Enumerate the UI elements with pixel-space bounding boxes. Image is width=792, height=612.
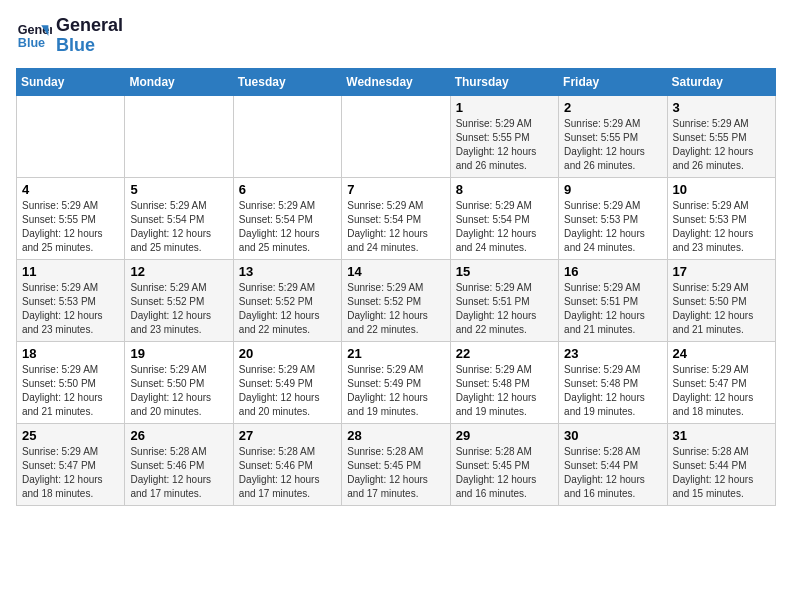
day-info: Sunrise: 5:28 AMSunset: 5:44 PMDaylight:… [673, 445, 770, 501]
day-number: 29 [456, 428, 553, 443]
week-row-5: 25Sunrise: 5:29 AMSunset: 5:47 PMDayligh… [17, 423, 776, 505]
col-header-sunday: Sunday [17, 68, 125, 95]
week-row-3: 11Sunrise: 5:29 AMSunset: 5:53 PMDayligh… [17, 259, 776, 341]
calendar-cell: 6Sunrise: 5:29 AMSunset: 5:54 PMDaylight… [233, 177, 341, 259]
col-header-thursday: Thursday [450, 68, 558, 95]
calendar-cell: 28Sunrise: 5:28 AMSunset: 5:45 PMDayligh… [342, 423, 450, 505]
day-info: Sunrise: 5:29 AMSunset: 5:50 PMDaylight:… [673, 281, 770, 337]
week-row-4: 18Sunrise: 5:29 AMSunset: 5:50 PMDayligh… [17, 341, 776, 423]
day-info: Sunrise: 5:29 AMSunset: 5:49 PMDaylight:… [239, 363, 336, 419]
calendar-cell: 22Sunrise: 5:29 AMSunset: 5:48 PMDayligh… [450, 341, 558, 423]
calendar-cell: 3Sunrise: 5:29 AMSunset: 5:55 PMDaylight… [667, 95, 775, 177]
day-number: 24 [673, 346, 770, 361]
day-info: Sunrise: 5:29 AMSunset: 5:55 PMDaylight:… [564, 117, 661, 173]
calendar-cell: 25Sunrise: 5:29 AMSunset: 5:47 PMDayligh… [17, 423, 125, 505]
calendar-cell: 29Sunrise: 5:28 AMSunset: 5:45 PMDayligh… [450, 423, 558, 505]
calendar-cell [17, 95, 125, 177]
calendar-cell: 16Sunrise: 5:29 AMSunset: 5:51 PMDayligh… [559, 259, 667, 341]
day-number: 23 [564, 346, 661, 361]
day-info: Sunrise: 5:29 AMSunset: 5:52 PMDaylight:… [130, 281, 227, 337]
day-info: Sunrise: 5:29 AMSunset: 5:52 PMDaylight:… [239, 281, 336, 337]
day-number: 16 [564, 264, 661, 279]
calendar-cell: 18Sunrise: 5:29 AMSunset: 5:50 PMDayligh… [17, 341, 125, 423]
day-number: 30 [564, 428, 661, 443]
calendar-cell: 12Sunrise: 5:29 AMSunset: 5:52 PMDayligh… [125, 259, 233, 341]
calendar-cell: 21Sunrise: 5:29 AMSunset: 5:49 PMDayligh… [342, 341, 450, 423]
calendar-cell [125, 95, 233, 177]
day-info: Sunrise: 5:29 AMSunset: 5:55 PMDaylight:… [456, 117, 553, 173]
day-number: 2 [564, 100, 661, 115]
calendar-cell: 7Sunrise: 5:29 AMSunset: 5:54 PMDaylight… [342, 177, 450, 259]
calendar-cell: 11Sunrise: 5:29 AMSunset: 5:53 PMDayligh… [17, 259, 125, 341]
calendar-table: SundayMondayTuesdayWednesdayThursdayFrid… [16, 68, 776, 506]
calendar-cell: 24Sunrise: 5:29 AMSunset: 5:47 PMDayligh… [667, 341, 775, 423]
day-info: Sunrise: 5:29 AMSunset: 5:51 PMDaylight:… [456, 281, 553, 337]
calendar-cell: 14Sunrise: 5:29 AMSunset: 5:52 PMDayligh… [342, 259, 450, 341]
calendar-cell: 15Sunrise: 5:29 AMSunset: 5:51 PMDayligh… [450, 259, 558, 341]
week-row-2: 4Sunrise: 5:29 AMSunset: 5:55 PMDaylight… [17, 177, 776, 259]
day-number: 18 [22, 346, 119, 361]
calendar-cell: 30Sunrise: 5:28 AMSunset: 5:44 PMDayligh… [559, 423, 667, 505]
day-number: 21 [347, 346, 444, 361]
logo: General Blue General Blue [16, 16, 123, 56]
day-number: 25 [22, 428, 119, 443]
day-info: Sunrise: 5:29 AMSunset: 5:54 PMDaylight:… [347, 199, 444, 255]
day-info: Sunrise: 5:29 AMSunset: 5:53 PMDaylight:… [564, 199, 661, 255]
day-number: 20 [239, 346, 336, 361]
day-info: Sunrise: 5:29 AMSunset: 5:55 PMDaylight:… [22, 199, 119, 255]
day-info: Sunrise: 5:28 AMSunset: 5:45 PMDaylight:… [347, 445, 444, 501]
day-number: 22 [456, 346, 553, 361]
day-number: 14 [347, 264, 444, 279]
calendar-cell: 17Sunrise: 5:29 AMSunset: 5:50 PMDayligh… [667, 259, 775, 341]
calendar-cell [342, 95, 450, 177]
day-info: Sunrise: 5:29 AMSunset: 5:48 PMDaylight:… [456, 363, 553, 419]
calendar-cell: 5Sunrise: 5:29 AMSunset: 5:54 PMDaylight… [125, 177, 233, 259]
calendar-cell: 31Sunrise: 5:28 AMSunset: 5:44 PMDayligh… [667, 423, 775, 505]
day-info: Sunrise: 5:29 AMSunset: 5:50 PMDaylight:… [130, 363, 227, 419]
day-info: Sunrise: 5:28 AMSunset: 5:46 PMDaylight:… [239, 445, 336, 501]
calendar-cell: 27Sunrise: 5:28 AMSunset: 5:46 PMDayligh… [233, 423, 341, 505]
day-number: 17 [673, 264, 770, 279]
day-number: 27 [239, 428, 336, 443]
day-number: 9 [564, 182, 661, 197]
day-number: 28 [347, 428, 444, 443]
day-info: Sunrise: 5:29 AMSunset: 5:53 PMDaylight:… [673, 199, 770, 255]
calendar-cell: 8Sunrise: 5:29 AMSunset: 5:54 PMDaylight… [450, 177, 558, 259]
day-info: Sunrise: 5:29 AMSunset: 5:51 PMDaylight:… [564, 281, 661, 337]
col-header-saturday: Saturday [667, 68, 775, 95]
day-info: Sunrise: 5:29 AMSunset: 5:50 PMDaylight:… [22, 363, 119, 419]
logo-icon: General Blue [16, 18, 52, 54]
day-info: Sunrise: 5:28 AMSunset: 5:44 PMDaylight:… [564, 445, 661, 501]
day-number: 15 [456, 264, 553, 279]
calendar-cell: 2Sunrise: 5:29 AMSunset: 5:55 PMDaylight… [559, 95, 667, 177]
day-info: Sunrise: 5:29 AMSunset: 5:47 PMDaylight:… [673, 363, 770, 419]
day-number: 26 [130, 428, 227, 443]
day-info: Sunrise: 5:29 AMSunset: 5:52 PMDaylight:… [347, 281, 444, 337]
calendar-cell: 19Sunrise: 5:29 AMSunset: 5:50 PMDayligh… [125, 341, 233, 423]
day-info: Sunrise: 5:29 AMSunset: 5:54 PMDaylight:… [239, 199, 336, 255]
day-info: Sunrise: 5:29 AMSunset: 5:54 PMDaylight:… [130, 199, 227, 255]
day-info: Sunrise: 5:29 AMSunset: 5:54 PMDaylight:… [456, 199, 553, 255]
day-number: 19 [130, 346, 227, 361]
day-number: 11 [22, 264, 119, 279]
svg-text:Blue: Blue [18, 36, 45, 50]
day-number: 6 [239, 182, 336, 197]
calendar-cell: 1Sunrise: 5:29 AMSunset: 5:55 PMDaylight… [450, 95, 558, 177]
calendar-cell: 10Sunrise: 5:29 AMSunset: 5:53 PMDayligh… [667, 177, 775, 259]
day-number: 4 [22, 182, 119, 197]
col-header-wednesday: Wednesday [342, 68, 450, 95]
day-number: 7 [347, 182, 444, 197]
col-header-friday: Friday [559, 68, 667, 95]
day-info: Sunrise: 5:29 AMSunset: 5:53 PMDaylight:… [22, 281, 119, 337]
page-header: General Blue General Blue [16, 16, 776, 56]
day-number: 8 [456, 182, 553, 197]
calendar-cell: 20Sunrise: 5:29 AMSunset: 5:49 PMDayligh… [233, 341, 341, 423]
calendar-cell: 9Sunrise: 5:29 AMSunset: 5:53 PMDaylight… [559, 177, 667, 259]
day-number: 10 [673, 182, 770, 197]
calendar-cell: 13Sunrise: 5:29 AMSunset: 5:52 PMDayligh… [233, 259, 341, 341]
day-number: 13 [239, 264, 336, 279]
day-number: 5 [130, 182, 227, 197]
header-row: SundayMondayTuesdayWednesdayThursdayFrid… [17, 68, 776, 95]
calendar-cell [233, 95, 341, 177]
week-row-1: 1Sunrise: 5:29 AMSunset: 5:55 PMDaylight… [17, 95, 776, 177]
